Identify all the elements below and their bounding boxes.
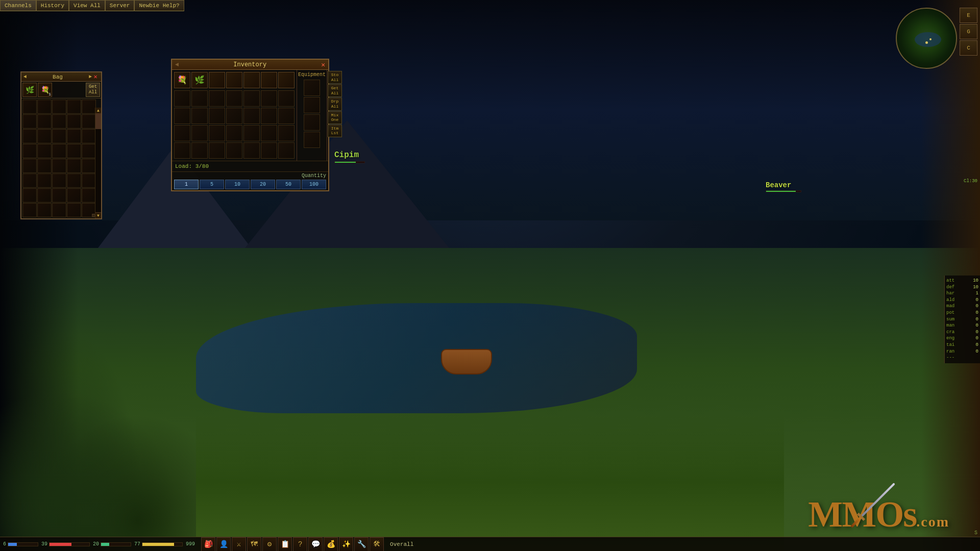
bag-slot[interactable] [37,114,52,129]
bag-scroll-up[interactable]: ▲ [95,108,101,114]
bag-slot[interactable] [67,173,81,188]
bag-slot[interactable] [22,203,37,217]
bottom-icon-magic[interactable]: ✨ [339,537,353,552]
inv-slot[interactable] [191,90,208,107]
qty-btn-10[interactable]: 10 [225,180,250,189]
inv-slot[interactable] [243,90,260,107]
inv-item-herb[interactable]: 🌿 [191,72,208,88]
bottom-icon-skills[interactable]: ⚔ [232,537,246,552]
bag-slot[interactable] [22,173,37,188]
newbie-help-button[interactable]: Newbie Help? [134,0,184,11]
qty-btn-50[interactable]: 50 [276,180,301,189]
inv-slot[interactable] [261,90,277,107]
bag-slot[interactable] [22,144,37,158]
inv-get-all-button[interactable]: GetAll [328,84,342,97]
bag-slot[interactable] [82,173,96,188]
bag-slot[interactable] [82,114,96,129]
bag-slot[interactable] [52,159,66,173]
inv-slot[interactable] [209,125,225,141]
bag-slot[interactable] [67,144,81,158]
inv-slot[interactable] [209,90,225,107]
bag-slot[interactable] [52,173,66,188]
inv-mix-one-button[interactable]: MixOne [328,111,342,124]
bag-scroll-thumb[interactable] [95,114,101,129]
edge-btn-3[interactable]: C [960,40,977,56]
inv-slot[interactable] [174,125,190,141]
inv-slot[interactable] [278,125,295,141]
inv-slot[interactable] [278,142,295,159]
inv-slot[interactable] [174,90,190,107]
inv-slot[interactable] [261,142,277,159]
equip-slot-2[interactable] [304,97,320,113]
bag-slot[interactable] [37,99,52,114]
inv-item-list-button[interactable]: ItmLst [328,124,342,137]
bag-slot[interactable] [52,188,66,203]
bag-slot[interactable] [22,99,37,114]
inv-slot[interactable] [174,142,190,159]
equip-slot-1[interactable] [304,80,320,96]
bottom-icon-settings[interactable]: 🔧 [354,537,369,552]
inv-slot[interactable] [261,108,277,124]
inventory-close-button[interactable]: ✕ [321,61,325,69]
bag-slot[interactable] [67,129,81,143]
inv-slot[interactable] [243,108,260,124]
inv-slot[interactable] [209,142,225,159]
bottom-icon-chat[interactable]: 💬 [308,537,323,552]
bag-slot[interactable] [82,159,96,173]
bottom-icon-options[interactable]: ⚙ [262,537,277,552]
bag-slot[interactable] [22,188,37,203]
bag-slot[interactable] [22,159,37,173]
bottom-icon-char[interactable]: 👤 [216,537,231,552]
bag-slot[interactable] [52,99,66,114]
view-all-button[interactable]: View All [69,0,105,11]
edge-btn-2[interactable]: G [960,24,977,39]
qty-btn-100[interactable]: 100 [302,180,326,189]
bag-slot[interactable] [52,129,66,143]
equip-slot-4[interactable] [304,132,320,148]
inv-slot[interactable] [243,125,260,141]
inv-slot[interactable] [209,108,225,124]
inv-item-empty-5[interactable] [278,72,295,88]
bag-close-button[interactable]: ✕ [92,73,99,81]
bag-slot[interactable] [52,203,66,217]
bottom-icon-tools[interactable]: 🛠 [370,537,384,552]
equip-slot-3[interactable] [304,114,320,131]
inv-slot[interactable] [278,108,295,124]
bottom-icon-bag[interactable]: 🎒 [201,537,215,552]
bag-slot[interactable] [37,188,52,203]
server-button[interactable]: Server [105,0,135,11]
channels-button[interactable]: Channels [0,0,36,11]
bag-slot[interactable] [67,188,81,203]
inv-slot[interactable] [226,108,242,124]
bag-slot[interactable] [52,114,66,129]
inv-slot[interactable] [191,125,208,141]
inv-slot[interactable] [243,142,260,159]
qty-btn-1[interactable]: 1 [174,180,199,189]
bag-slot[interactable] [37,159,52,173]
qty-btn-5[interactable]: 5 [200,180,224,189]
bag-slot[interactable] [67,99,81,114]
inv-slot[interactable] [226,90,242,107]
bottom-icon-trade[interactable]: 💰 [324,537,338,552]
bag-get-all-button[interactable]: Get All [86,83,100,97]
bag-slot[interactable] [37,129,52,143]
bag-slot[interactable] [82,144,96,158]
inv-slot[interactable] [174,108,190,124]
bag-slot[interactable] [37,144,52,158]
bag-slot[interactable] [22,114,37,129]
bag-slot[interactable] [52,144,66,158]
bag-item-slot-2[interactable]: 💐 1 [38,83,52,97]
bag-slot[interactable] [22,129,37,143]
bag-slot[interactable] [67,203,81,217]
inv-item-empty-3[interactable] [243,72,260,88]
qty-btn-20[interactable]: 20 [251,180,275,189]
inv-drop-all-button[interactable]: DrpAll [328,97,342,110]
inv-slot[interactable] [278,90,295,107]
bag-slot[interactable] [67,114,81,129]
inv-item-empty-2[interactable] [226,72,242,88]
inv-slot[interactable] [226,125,242,141]
inv-item-empty-1[interactable] [209,72,225,88]
bag-slot[interactable] [67,159,81,173]
bag-slot[interactable] [82,188,96,203]
inv-item-empty-4[interactable] [261,72,277,88]
